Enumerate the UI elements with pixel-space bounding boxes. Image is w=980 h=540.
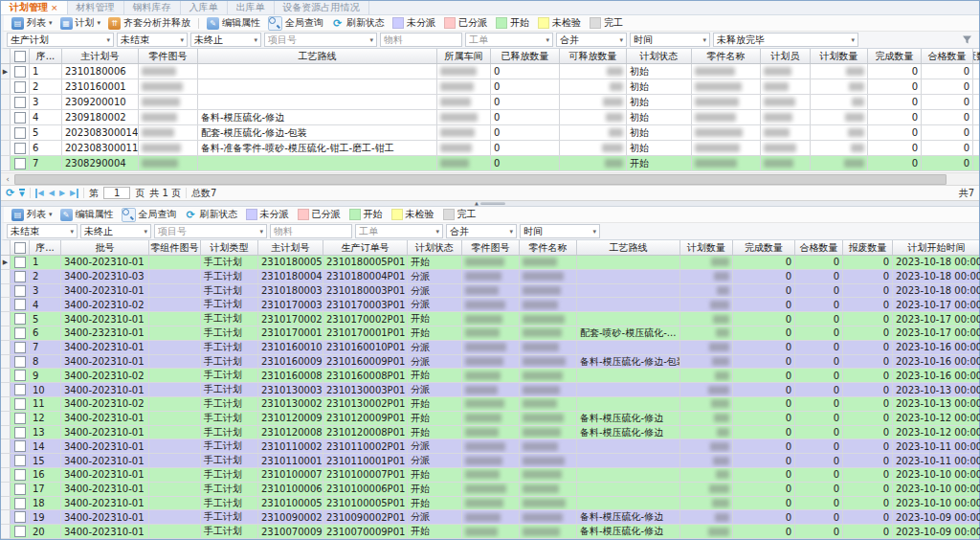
row-checkbox[interactable] — [14, 384, 26, 395]
bottom-filter-merge[interactable]: 合并▾ — [446, 224, 517, 238]
table-row[interactable]: 203400-202310-01手工计划23100700092310070009… — [1, 525, 979, 539]
chevron-down-icon[interactable]: ▾ — [49, 19, 53, 27]
tab-close-icon[interactable]: × — [51, 3, 58, 12]
row-checkbox[interactable] — [14, 97, 26, 108]
splitter-grip[interactable] — [480, 202, 505, 205]
column-header-status[interactable]: 计划状态 — [627, 49, 692, 63]
table-row[interactable]: 723082900040开始00 — [1, 156, 979, 171]
bottom-filter-work-order[interactable]: 工单▾ — [355, 224, 443, 238]
column-header-part_name[interactable]: 零件名称 — [692, 49, 761, 63]
filter-icon[interactable]: ▼ — [19, 189, 24, 197]
chevron-down-icon[interactable]: ▾ — [435, 228, 439, 236]
bottom-refresh-button[interactable]: 刷新状态 — [181, 208, 242, 222]
bottom-filter-project-no[interactable]: 项目号▾ — [154, 224, 267, 238]
table-row[interactable]: 83400-202310-01手工计划23101600092310160009P… — [1, 355, 979, 370]
row-checkbox[interactable] — [14, 427, 26, 439]
row-checkbox[interactable] — [14, 112, 26, 124]
table-row[interactable]: 223101600010初始00 — [1, 79, 979, 95]
bottom-search-button[interactable]: 全局查询 — [118, 208, 181, 222]
chevron-down-icon[interactable]: ▾ — [106, 36, 110, 44]
column-header-ok_qty[interactable]: 合格数量 — [922, 49, 973, 63]
table-row[interactable]: 193400-202310-01手工计划23100900022310090002… — [1, 510, 979, 525]
column-header-ok_qty[interactable]: 合格数量 — [795, 240, 843, 255]
column-header-part_name[interactable]: 零件名称 — [520, 240, 577, 255]
chevron-down-icon[interactable]: ▾ — [509, 228, 513, 236]
tab-steel-inventory[interactable]: 钢料库存 — [124, 1, 181, 14]
column-header-plan_no[interactable]: 主计划号 — [62, 49, 139, 63]
chevron-down-icon[interactable]: ▾ — [98, 19, 101, 27]
top-edit-button[interactable]: 编辑属性 — [203, 16, 264, 31]
bottom-header-cb[interactable] — [11, 240, 30, 255]
table-row[interactable]: 143400-202310-01手工计划23101100022310110002… — [1, 439, 979, 454]
top-filter-not-terminated[interactable]: 未终止▾ — [190, 33, 261, 47]
table-row[interactable]: 53400-202310-01手工计划23101700022310170002P… — [1, 312, 979, 326]
bottom-filter-not-finished[interactable]: 未结束▾ — [7, 224, 78, 238]
row-checkbox[interactable] — [14, 299, 26, 310]
filter-funnel-icon[interactable] — [962, 34, 972, 45]
tab-equipment-usage[interactable]: 设备资源占用情况 — [275, 1, 369, 14]
column-header-master_plan[interactable]: 主计划号 — [258, 240, 323, 255]
column-header-releasable_qty[interactable]: 可释放数量 — [560, 49, 627, 63]
top-header-cb[interactable] — [11, 49, 30, 63]
refresh-icon[interactable]: ⟳ — [6, 188, 14, 198]
row-checkbox[interactable] — [14, 143, 26, 154]
table-row[interactable]: 93400-202310-02手工计划23101600082310160008P… — [1, 369, 979, 383]
tab-outbound-orders[interactable]: 出库单 — [228, 1, 275, 14]
column-header-batch[interactable]: 批号 — [61, 240, 149, 255]
prev-page-button[interactable]: ◀ — [49, 189, 55, 198]
chevron-down-icon[interactable]: ▾ — [180, 36, 184, 44]
column-header-route[interactable]: 工艺路线 — [198, 49, 437, 63]
column-header-start_time[interactable]: 计划开始时间 — [893, 240, 980, 255]
chevron-down-icon[interactable]: ▾ — [369, 36, 373, 44]
row-checkbox[interactable] — [14, 285, 26, 297]
row-checkbox[interactable] — [14, 327, 26, 339]
row-checkbox[interactable] — [14, 342, 26, 353]
chevron-down-icon[interactable]: ▾ — [144, 228, 147, 236]
row-checkbox[interactable] — [14, 398, 26, 410]
table-row[interactable]: 6202308300011备料-准备零件-喷砂-模压硫化-钳工-磨工-钳工0初始… — [1, 141, 979, 156]
column-header-part_drawing[interactable]: 零件图号 — [462, 240, 520, 255]
table-row[interactable]: 113400-202310-02手工计划23101300022310130002… — [1, 397, 979, 412]
table-row[interactable]: 133400-202310-01手工计划23101200082310120008… — [1, 426, 979, 440]
chevron-down-icon[interactable]: ▾ — [592, 228, 596, 236]
column-header-route[interactable]: 工艺路线 — [577, 240, 680, 255]
chevron-down-icon[interactable]: ▾ — [254, 36, 257, 44]
row-checkbox[interactable] — [14, 511, 26, 523]
page-number-input[interactable]: 1 — [103, 187, 130, 199]
first-page-button[interactable]: ◀ — [35, 189, 44, 198]
table-row[interactable]: 5202308300014配套-模压硫化-修边-包装0初始00 — [1, 125, 979, 141]
column-header-plan_type[interactable]: 计划类型 — [201, 240, 258, 255]
column-header-done_qty[interactable]: 完成数量 — [868, 49, 922, 63]
table-row[interactable]: 23400-202310-03手工计划23101800042310180004P… — [1, 270, 979, 284]
table-row[interactable]: ▶123101800060初始00 — [1, 64, 979, 79]
last-page-button[interactable]: ▶ — [70, 189, 78, 198]
table-row[interactable]: 42309180002备料-模压硫化-修边0初始00 — [1, 110, 979, 125]
bottom-list-button[interactable]: 列表▾ — [8, 208, 56, 222]
chevron-down-icon[interactable]: ▾ — [851, 36, 855, 44]
row-checkbox[interactable] — [14, 370, 26, 381]
column-header-released_qty[interactable]: 已释放数量 — [491, 49, 560, 63]
tab-material-management[interactable]: 材料管理 — [68, 1, 124, 14]
row-checkbox[interactable] — [14, 313, 26, 325]
row-checkbox[interactable] — [14, 81, 26, 93]
chevron-down-icon[interactable]: ▾ — [619, 36, 623, 44]
chevron-down-icon[interactable]: ▾ — [49, 211, 53, 218]
row-checkbox[interactable] — [14, 498, 26, 509]
table-row[interactable]: 183400-202310-01手工计划23101000052310100005… — [1, 497, 979, 511]
column-header-planner[interactable]: 计划员 — [761, 49, 811, 63]
scrollbar-thumb[interactable] — [14, 174, 947, 185]
top-filter-production-plan[interactable]: 生产计划▾ — [7, 33, 114, 47]
chevron-down-icon[interactable]: ▾ — [546, 36, 549, 44]
top-list-button[interactable]: 列表▾ — [8, 16, 56, 31]
bottom-filter-time[interactable]: 时间▾ — [520, 224, 600, 238]
column-header-workshop[interactable]: 所属车间 — [437, 49, 491, 63]
row-checkbox[interactable] — [14, 413, 26, 424]
scroll-left-arrow-icon[interactable]: ‹ — [1, 174, 14, 184]
top-plan-button[interactable]: 计划▾ — [56, 16, 105, 31]
column-header-status[interactable]: 计划状态 — [408, 240, 462, 255]
tab-inbound-orders[interactable]: 入库单 — [181, 1, 228, 14]
column-header-plan_qty[interactable]: 计划数量 — [811, 49, 868, 63]
column-header-done_qty[interactable]: 完成数量 — [733, 240, 795, 255]
row-checkbox[interactable] — [14, 455, 26, 466]
column-header-comp_drawing[interactable]: 零组件图号 — [149, 240, 201, 255]
